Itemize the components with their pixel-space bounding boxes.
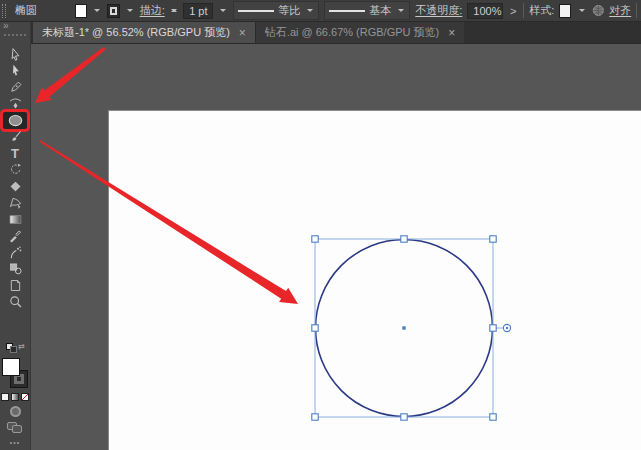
separator <box>523 3 524 18</box>
paintbrush-icon <box>8 129 23 144</box>
stroke-color-swatch[interactable] <box>107 4 119 18</box>
type-tool[interactable]: T <box>3 145 27 162</box>
zoom-tool[interactable] <box>3 294 27 311</box>
close-icon[interactable]: × <box>239 27 246 39</box>
tools-panel: » <box>0 22 31 450</box>
pen-tool[interactable] <box>3 79 27 96</box>
brush-label: 基本 <box>369 3 391 18</box>
context-label: 椭圆 <box>11 3 71 18</box>
swap-arrow-icon: ⇄ <box>18 343 25 351</box>
mini-stroke-icon <box>10 346 17 353</box>
color-button[interactable] <box>1 393 9 401</box>
close-icon[interactable]: × <box>448 27 455 39</box>
graphic-style-swatch[interactable] <box>559 4 571 18</box>
eyedropper-tool[interactable] <box>3 228 27 245</box>
curvature-tool[interactable] <box>3 96 27 113</box>
chevron-down-icon <box>304 4 316 18</box>
eraser-tool[interactable] <box>3 178 27 195</box>
artboard-tool[interactable] <box>3 277 27 294</box>
opacity-field[interactable]: 100% <box>467 3 503 19</box>
stroke-profile-preview <box>238 10 274 12</box>
more-options-chevron[interactable]: > <box>508 5 518 17</box>
width-profile-label: 等比 <box>278 3 300 18</box>
symbol-sprayer-tool[interactable] <box>3 244 27 261</box>
eyedropper-icon <box>8 228 23 243</box>
opacity-link[interactable]: 不透明度: <box>415 3 462 18</box>
graph-shapes-icon <box>8 261 23 276</box>
graph-tool[interactable] <box>3 261 27 278</box>
document-tab-untitled[interactable]: 未标题-1* @ 56.52% (RGB/GPU 预览) × <box>33 22 255 43</box>
ellipse-tool[interactable] <box>3 112 27 129</box>
panel-grip[interactable] <box>2 4 6 18</box>
stroke-weight-field[interactable]: 1 pt <box>183 3 213 19</box>
width-tool[interactable] <box>3 195 27 212</box>
none-button[interactable] <box>21 393 29 401</box>
direct-selection-arrow-icon <box>8 63 23 78</box>
magnifier-icon <box>8 294 23 309</box>
paintbrush-tool[interactable] <box>3 129 27 146</box>
tools-panel-header: » <box>0 22 30 42</box>
drawing-mode-button[interactable] <box>10 406 21 417</box>
ellipse-selection[interactable] <box>31 44 641 450</box>
ellipse-icon <box>7 113 24 128</box>
direct-selection-tool[interactable] <box>3 63 27 80</box>
document-setup-globe-icon[interactable] <box>592 3 605 18</box>
artboard-icon <box>8 278 23 293</box>
swap-fill-stroke-mini[interactable]: ⇄ <box>5 343 25 353</box>
gradient-button[interactable] <box>11 393 19 401</box>
align-link[interactable]: 对齐 <box>609 3 631 18</box>
rotate-icon <box>8 162 23 177</box>
symbol-sprayer-icon <box>8 245 23 260</box>
type-tool-icon: T <box>11 147 19 160</box>
screen-mode-button[interactable] <box>7 422 23 434</box>
fill-swatch[interactable] <box>2 358 20 376</box>
brush-preview <box>329 10 365 12</box>
separator <box>636 3 637 18</box>
chevron-down-icon <box>395 4 407 18</box>
document-tab-bar: 未标题-1* @ 56.52% (RGB/GPU 预览) × 钻石.ai @ 6… <box>31 22 641 44</box>
illustrator-window: 椭圆 描边: 1 pt 等比 基本 不透明度: 100% > 样式: 对齐 <box>0 0 641 450</box>
selection-arrow-icon <box>8 47 23 62</box>
gradient-tool[interactable] <box>3 211 27 228</box>
chevron-down-icon[interactable] <box>576 4 586 18</box>
chevron-down-icon[interactable] <box>218 4 228 18</box>
tab-label: 钻石.ai @ 66.67% (RGB/GPU 预览) <box>265 25 439 40</box>
eraser-icon <box>8 179 23 194</box>
pen-icon <box>8 80 23 95</box>
document-tab-diamond[interactable]: 钻石.ai @ 66.67% (RGB/GPU 预览) × <box>255 22 464 43</box>
edit-toolbar-ellipsis[interactable]: ••• <box>10 439 20 446</box>
tool-list: T <box>3 46 27 310</box>
style-label: 样式: <box>529 3 554 18</box>
width-profile-dropdown[interactable]: 等比 <box>233 1 319 20</box>
color-mode-buttons <box>1 393 29 401</box>
curvature-pen-icon <box>8 96 23 111</box>
gradient-icon <box>8 212 23 227</box>
rotate-tool[interactable] <box>3 162 27 179</box>
width-tool-icon <box>8 195 23 210</box>
fill-color-swatch[interactable] <box>75 4 87 18</box>
fill-stroke-control[interactable] <box>2 358 28 388</box>
selection-tool[interactable] <box>3 46 27 63</box>
tools-panel-bottom: ⇄ ••• <box>1 343 29 450</box>
stroke-panel-link[interactable]: 描边: <box>140 3 165 18</box>
brush-definition-dropdown[interactable]: 基本 <box>324 1 410 20</box>
stroke-weight-stepper[interactable] <box>170 6 178 15</box>
control-bar: 椭圆 描边: 1 pt 等比 基本 不透明度: 100% > 样式: 对齐 <box>0 0 641 22</box>
chevron-down-icon[interactable] <box>92 4 102 18</box>
tab-label: 未标题-1* @ 56.52% (RGB/GPU 预览) <box>42 25 230 40</box>
screen-rect-icon <box>12 425 22 433</box>
expand-panel-icon[interactable]: » <box>3 20 8 31</box>
tools-panel-grip[interactable] <box>4 34 26 36</box>
chevron-down-icon[interactable] <box>125 4 135 18</box>
canvas[interactable] <box>31 44 641 450</box>
